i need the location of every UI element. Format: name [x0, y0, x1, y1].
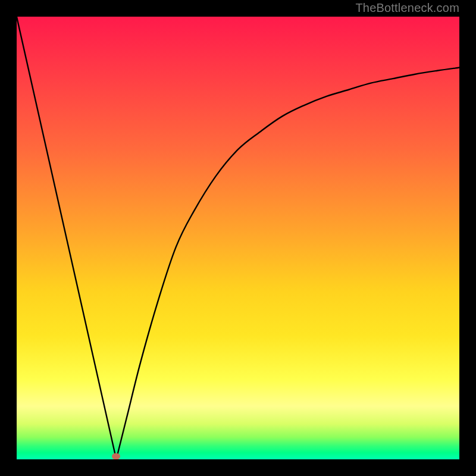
- plot-area: [17, 17, 459, 459]
- bottleneck-curve: [17, 17, 459, 459]
- chart-frame: TheBottleneck.com: [0, 0, 476, 476]
- minimum-marker: [112, 453, 120, 459]
- attribution-text: TheBottleneck.com: [355, 1, 459, 15]
- curve-path: [17, 17, 459, 459]
